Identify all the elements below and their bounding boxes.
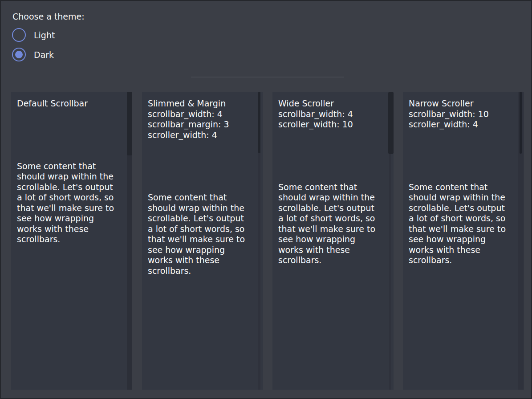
content-line: Some content that <box>278 182 387 193</box>
scrollable-content-area[interactable]: Narrow Scroller scrollbar_width: 10 scro… <box>409 98 518 390</box>
panel-title: Default Scrollbar <box>17 98 126 109</box>
panel-content: Some content that should wrap within the… <box>409 182 518 266</box>
content-line: that we'll make sure to <box>278 224 387 235</box>
content-line: scrollbars. <box>17 234 126 245</box>
panel-content: Some content that should wrap within the… <box>17 161 126 245</box>
panel-config-line: scrollbar_width: 10 <box>409 109 518 120</box>
content-line: Some content that <box>17 161 126 172</box>
radio-icon-dark[interactable] <box>12 48 26 61</box>
scrollable-content-area[interactable]: Slimmed & Margin scrollbar_width: 4 scro… <box>148 98 257 390</box>
panel-narrow-scroller[interactable]: Narrow Scroller scrollbar_width: 10 scro… <box>403 92 524 390</box>
panel-config-line: scroller_width: 10 <box>278 119 387 130</box>
scrollbar-thumb[interactable] <box>388 92 394 154</box>
content-line: works with these <box>278 245 387 256</box>
panel-slimmed-margin[interactable]: Slimmed & Margin scrollbar_width: 4 scro… <box>142 92 263 390</box>
content-line: works with these <box>148 255 257 266</box>
panel-default-scrollbar[interactable]: Default Scrollbar Some content that shou… <box>11 92 132 390</box>
radio-option-light[interactable]: Light <box>12 28 55 42</box>
content-line: see how wrapping <box>409 234 518 245</box>
content-line: that we'll make sure to <box>17 203 126 214</box>
theme-chooser-label: Choose a theme: <box>12 11 85 22</box>
radio-icon-light[interactable] <box>12 28 26 42</box>
scrollbar-thumb[interactable] <box>258 92 260 153</box>
content-line: scrollable. Let's output <box>409 203 518 214</box>
panel-wide-scroller[interactable]: Wide Scroller scrollbar_width: 4 scrolle… <box>272 92 394 390</box>
content-line: should wrap within the <box>278 192 387 203</box>
spacer <box>409 130 518 182</box>
content-line: scrollbars. <box>409 255 518 266</box>
content-line: Some content that <box>148 192 257 203</box>
spacer <box>148 140 257 192</box>
content-line: a lot of short words, so <box>17 192 126 203</box>
content-line: a lot of short words, so <box>278 213 387 224</box>
panel-title: Slimmed & Margin <box>148 98 257 109</box>
content-line: scrollable. Let's output <box>278 203 387 214</box>
content-line: see how wrapping <box>17 213 126 224</box>
content-line: Some content that <box>409 182 518 193</box>
content-line: scrollable. Let's output <box>17 182 126 193</box>
panel-config-line: scrollbar_margin: 3 <box>148 119 257 130</box>
content-line: should wrap within the <box>17 171 126 182</box>
panel-config-line: scrollbar_width: 4 <box>148 109 257 120</box>
content-line: scrollbars. <box>278 255 387 266</box>
panel-config-line: scroller_width: 4 <box>409 119 518 130</box>
app-window: Choose a theme: Light Dark Default Scrol… <box>0 0 532 399</box>
content-line: a lot of short words, so <box>409 213 518 224</box>
content-line: works with these <box>17 224 126 235</box>
scrollable-content-area[interactable]: Wide Scroller scrollbar_width: 4 scrolle… <box>278 98 387 390</box>
content-line: that we'll make sure to <box>409 224 518 235</box>
content-line: scrollbars. <box>148 266 257 277</box>
content-line: a lot of short words, so <box>148 224 257 235</box>
section-divider <box>191 77 344 77</box>
scrollable-content-area[interactable]: Default Scrollbar Some content that shou… <box>17 98 126 390</box>
scrollbar-thumb[interactable] <box>127 92 132 155</box>
radio-option-dark[interactable]: Dark <box>12 48 54 61</box>
content-line: see how wrapping <box>278 234 387 245</box>
content-line: that we'll make sure to <box>148 234 257 245</box>
content-line: should wrap within the <box>148 203 257 214</box>
content-line: works with these <box>409 245 518 256</box>
panel-title: Narrow Scroller <box>409 98 518 109</box>
spacer <box>17 109 126 161</box>
content-line: scrollable. Let's output <box>148 213 257 224</box>
panel-config-line: scrollbar_width: 4 <box>278 109 387 120</box>
panel-config-line: scroller_width: 4 <box>148 130 257 141</box>
panel-title: Wide Scroller <box>278 98 387 109</box>
panel-content: Some content that should wrap within the… <box>148 192 257 276</box>
radio-label-dark: Dark <box>34 50 54 60</box>
content-line: should wrap within the <box>409 192 518 203</box>
panel-content: Some content that should wrap within the… <box>278 182 387 266</box>
radio-label-light: Light <box>34 30 55 40</box>
content-line: see how wrapping <box>148 245 257 256</box>
scrollbar-thumb[interactable] <box>520 92 522 154</box>
spacer <box>278 130 387 182</box>
